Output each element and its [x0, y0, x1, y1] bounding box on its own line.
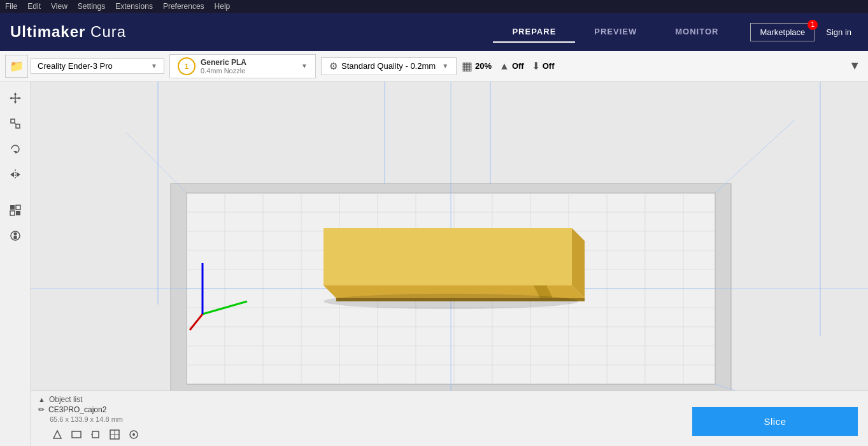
support-icon: ▲: [499, 61, 509, 72]
svg-point-66: [324, 294, 578, 309]
quality-label: Standard Quality - 0.2mm: [341, 61, 436, 71]
svg-rect-14: [16, 205, 20, 210]
support-blocker-tool[interactable]: [4, 224, 27, 247]
svg-marker-67: [53, 431, 61, 438]
support-section: ▲ Off: [499, 61, 524, 72]
object-list-label: Object list: [49, 395, 83, 404]
title-bar: Ultimaker Cura PREPARE PREVIEW MONITOR M…: [0, 13, 868, 51]
menu-settings[interactable]: Settings: [78, 2, 105, 11]
view-side-icon[interactable]: [88, 427, 103, 442]
svg-marker-11: [10, 172, 14, 177]
svg-rect-68: [72, 431, 81, 438]
toolbar-more-button[interactable]: ▼: [846, 57, 863, 75]
infill-section: ▦ 20%: [462, 59, 492, 73]
printer-dropdown-icon: ▼: [151, 62, 157, 69]
mirror-tool[interactable]: [4, 163, 27, 186]
quality-select[interactable]: ⚙ Standard Quality - 0.2mm ▼: [321, 57, 457, 75]
material-name: Generic PLA: [201, 58, 296, 67]
tab-preview[interactable]: PREVIEW: [575, 22, 656, 43]
svg-point-75: [132, 433, 135, 436]
scale-icon: [9, 117, 22, 130]
per-model-settings-icon: [9, 204, 22, 217]
tab-monitor[interactable]: MONITOR: [656, 22, 737, 43]
move-icon: [9, 92, 22, 104]
toolbar: 📁 Creality Ender-3 Pro ▼ 1 Generic PLA 0…: [0, 51, 868, 82]
object-edit-icon: ✏: [38, 405, 45, 414]
menu-view[interactable]: View: [51, 2, 68, 11]
rotate-tool[interactable]: [4, 138, 27, 161]
quality-dropdown-icon: ▼: [442, 62, 448, 69]
scale-tool[interactable]: [4, 112, 27, 135]
slice-button[interactable]: Slice: [692, 407, 858, 436]
view-reset-icon[interactable]: [126, 427, 141, 442]
support-label: Off: [512, 61, 524, 71]
svg-rect-69: [92, 431, 99, 438]
marketplace-button[interactable]: Marketplace 1: [750, 23, 815, 41]
svg-marker-2: [14, 92, 17, 95]
collapse-icon: ▲: [38, 396, 45, 403]
svg-rect-6: [11, 119, 15, 123]
adhesion-icon: ⬇: [532, 60, 540, 72]
menu-preferences[interactable]: Preferences: [163, 2, 204, 11]
view-front-icon[interactable]: [69, 427, 84, 442]
nozzle-size: 0.4mm Nozzle: [201, 67, 296, 75]
svg-rect-13: [10, 205, 15, 210]
tab-prepare[interactable]: PREPARE: [493, 22, 575, 43]
quality-icon: ⚙: [329, 61, 338, 72]
app-logo: Ultimaker Cura: [10, 23, 126, 41]
move-tool[interactable]: [4, 87, 27, 110]
svg-marker-3: [14, 101, 17, 104]
svg-marker-5: [18, 97, 21, 99]
material-dropdown-icon: ▼: [301, 62, 308, 69]
view-top-icon[interactable]: [107, 427, 122, 442]
svg-rect-19: [13, 236, 17, 239]
svg-rect-16: [16, 211, 20, 215]
rotate-icon: [9, 143, 22, 155]
menu-extensions[interactable]: Extensions: [115, 2, 153, 11]
object-list-header[interactable]: ▲ Object list: [38, 395, 860, 404]
view-perspective-icon[interactable]: [50, 427, 65, 442]
menu-bar: File Edit View Settings Extensions Prefe…: [0, 0, 868, 13]
svg-point-18: [13, 233, 17, 236]
printer-select[interactable]: Creality Ender-3 Pro ▼: [31, 58, 164, 74]
slice-button-container: Slice: [692, 407, 858, 436]
svg-line-8: [15, 123, 16, 124]
main-area: ▲ Object list ✏ CE3PRO_cajon2 65.6 x 133…: [0, 82, 868, 446]
menu-edit[interactable]: Edit: [27, 2, 41, 11]
adhesion-label: Off: [543, 61, 555, 71]
material-select[interactable]: 1 Generic PLA 0.4mm Nozzle ▼: [169, 54, 316, 78]
svg-rect-15: [10, 211, 15, 215]
adhesion-section: ⬇ Off: [532, 60, 555, 72]
svg-rect-7: [16, 124, 20, 128]
printer-label: Creality Ender-3 Pro: [38, 61, 146, 71]
svg-marker-12: [17, 172, 20, 177]
folder-icon: 📁: [10, 59, 24, 73]
viewport[interactable]: ▲ Object list ✏ CE3PRO_cajon2 65.6 x 133…: [31, 82, 868, 446]
marketplace-badge: 1: [808, 20, 818, 30]
infill-label: 20%: [475, 61, 492, 71]
signin-button[interactable]: Sign in: [820, 24, 858, 41]
nav-tabs: PREPARE PREVIEW MONITOR Marketplace 1 Si…: [493, 22, 858, 43]
left-sidebar: [0, 82, 31, 446]
nozzle-indicator: 1: [178, 57, 196, 75]
menu-file[interactable]: File: [5, 2, 17, 11]
svg-marker-61: [324, 228, 572, 285]
support-blocker-icon: [9, 229, 22, 242]
mirror-icon: [9, 168, 22, 181]
infill-icon: ▦: [462, 59, 473, 73]
per-model-settings-tool[interactable]: [4, 199, 27, 222]
svg-marker-4: [10, 97, 12, 99]
open-file-button[interactable]: 📁: [5, 55, 28, 78]
object-name: CE3PRO_cajon2: [48, 405, 106, 414]
menu-help[interactable]: Help: [215, 2, 231, 11]
